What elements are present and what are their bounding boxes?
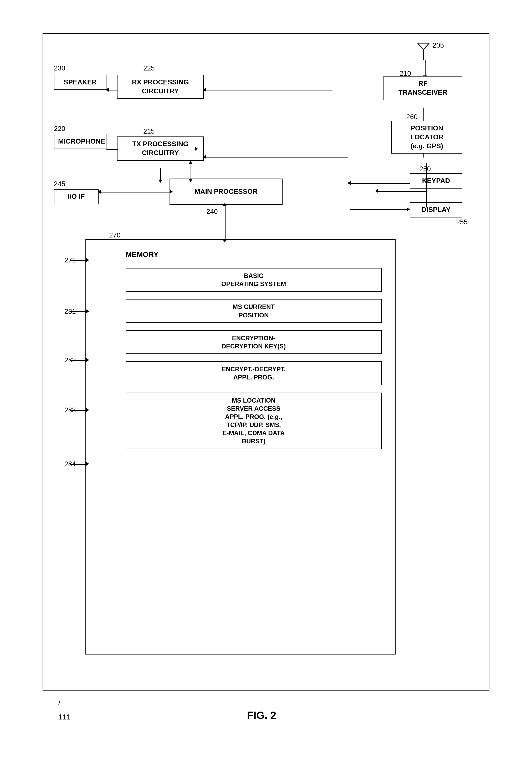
arrow-ref-282 <box>86 358 89 362</box>
line-ref-281 <box>70 311 87 312</box>
memory-item-ms-location: MS LOCATIONSERVER ACCESSAPPL. PROG. (e.g… <box>126 393 382 449</box>
main-processor-box: MAIN PROCESSOR <box>170 178 283 205</box>
line-pos-mp-horiz <box>377 191 427 192</box>
line-ref-271 <box>70 260 87 261</box>
ref-215: 215 <box>143 127 155 135</box>
figure-title: FIG. 2 <box>247 709 276 721</box>
arrow-rf-rx-head <box>203 88 206 92</box>
ref-270: 270 <box>109 231 120 239</box>
position-locator-box: POSITIONLOCATOR(e.g. GPS) <box>391 121 462 154</box>
memory-item-basic-os: BASICOPERATING SYSTEM <box>126 268 382 291</box>
memory-box: MEMORY BASICOPERATING SYSTEM MS CURRENTP… <box>85 239 396 655</box>
arrow-mp-memory-up <box>223 203 227 206</box>
diagram-outer-border: 205 RFTRANSCEIVER 210 RX PROCESSINGCIRCU… <box>43 33 489 691</box>
io-if-box: I/O IF <box>54 189 99 204</box>
arrow-io-mp-right <box>170 190 173 194</box>
memory-item-encryption-key: ENCRYPTION-DECRYPTION KEY(S) <box>126 330 382 354</box>
arrow-ref-281 <box>86 309 89 313</box>
display-box: DISPLAY <box>410 202 462 217</box>
ref-205: 205 <box>433 41 444 49</box>
arrow-pos-mp-head <box>375 189 378 193</box>
arrow-io-mp-left <box>98 190 101 194</box>
ref-255: 255 <box>456 218 468 226</box>
line-mp-memory-vert <box>225 205 226 240</box>
arrow-mp-display-line <box>350 209 410 210</box>
arrow-ref-271 <box>86 258 89 262</box>
line-pos-mp-vert <box>426 163 427 207</box>
speaker-box: SPEAKER <box>54 75 106 90</box>
ref-225: 225 <box>143 64 155 72</box>
figure-ref-line: / <box>37 698 495 707</box>
line-ref-284 <box>70 464 87 465</box>
line-pos-mp-corner <box>426 206 427 207</box>
microphone-box: MICROPHONE <box>54 134 106 149</box>
svg-line-1 <box>418 43 423 50</box>
keypad-box: KEYPAD <box>410 173 462 188</box>
ref-250: 250 <box>420 165 431 173</box>
rf-transceiver-box: RFTRANSCEIVER <box>383 76 462 100</box>
tx-processing-box: TX PROCESSINGCIRCUITRY <box>117 136 204 161</box>
ref-230: 230 <box>54 64 65 72</box>
arrow-antenna-rf <box>425 60 426 76</box>
memory-item-ms-position: MS CURRENTPOSITION <box>126 299 382 323</box>
arrow-tx-mp-head <box>158 180 162 183</box>
antenna-symbol <box>416 42 431 61</box>
arrow-keypad-mp-head <box>347 181 351 185</box>
memory-item-encrypt-prog: ENCRYPT.-DECRYPT.APPL. PROG. <box>126 361 382 385</box>
ref-240: 240 <box>206 207 218 216</box>
line-tx-mp-vert <box>160 168 161 181</box>
line-ref-282 <box>70 360 87 361</box>
line-tx-mp2-vert <box>191 163 191 180</box>
ref-260: 260 <box>406 113 418 121</box>
figure-footer: 111 FIG. 2 <box>37 709 495 721</box>
arrow-ref-284 <box>86 462 89 466</box>
line-io-mp-horiz <box>99 192 170 192</box>
arrow-rf-rx-line <box>204 90 333 90</box>
arrow-mp-memory-down <box>223 239 227 242</box>
arrow-mic-tx-head <box>195 147 198 151</box>
ref-210: 210 <box>400 69 411 78</box>
figure-ref-slash: / <box>58 698 60 707</box>
arrow-tx-mp2-up <box>188 161 193 164</box>
arrow-mic-tx-line <box>106 149 118 150</box>
memory-label: MEMORY <box>126 250 382 259</box>
rx-processing-box: RX PROCESSINGCIRCUITRY <box>117 75 204 99</box>
arrow-rx-speaker-head <box>106 88 109 92</box>
svg-line-2 <box>423 43 429 50</box>
arrow-mp-display-head <box>407 207 410 211</box>
arrow-keypad-mp-line <box>350 183 410 184</box>
arrow-ref-283 <box>86 408 89 412</box>
ref-220: 220 <box>54 125 65 133</box>
line-ref-283 <box>70 410 87 411</box>
page: 205 RFTRANSCEIVER 210 RX PROCESSINGCIRCU… <box>16 17 516 754</box>
figure-number-ref: 111 <box>58 713 71 721</box>
ref-245: 245 <box>54 180 65 188</box>
arrow-tx-mp2-down <box>188 179 193 182</box>
